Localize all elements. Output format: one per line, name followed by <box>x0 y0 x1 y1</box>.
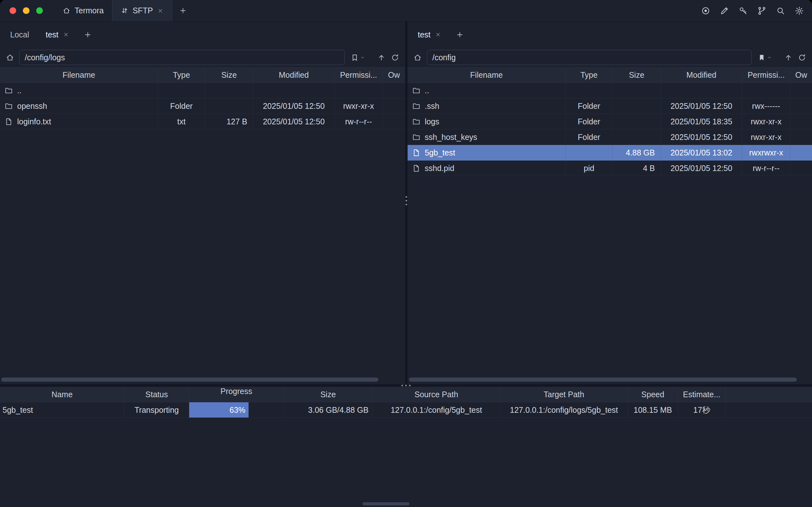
search-button[interactable] <box>775 5 786 16</box>
refresh-button[interactable] <box>798 53 806 62</box>
folder-icon <box>412 102 421 110</box>
close-window-button[interactable] <box>9 7 16 14</box>
tab-test[interactable]: test <box>38 21 77 48</box>
column-header-speed[interactable]: Speed <box>628 387 678 402</box>
tab-local[interactable]: Local <box>2 21 38 48</box>
path-input[interactable] <box>19 50 345 65</box>
column-header-progress[interactable]: Progress <box>189 387 284 402</box>
settings-button[interactable] <box>794 5 805 16</box>
tab-label: test <box>46 30 58 39</box>
file-type <box>566 145 613 160</box>
bookmark-button[interactable] <box>350 53 366 62</box>
column-header-status[interactable]: Status <box>124 387 189 402</box>
edit-button[interactable] <box>719 5 730 16</box>
transfers-splitter[interactable] <box>0 384 812 387</box>
file-permissions: rwxr-xr-x <box>742 114 791 129</box>
column-header-size[interactable]: Size <box>613 68 661 82</box>
column-header-source-path[interactable]: Source Path <box>373 387 500 402</box>
table-row[interactable]: ssh_host_keys Folder 2025/01/05 12:50 rw… <box>408 129 812 145</box>
tab-sftp[interactable]: SFTP <box>112 0 172 21</box>
parent-directory-button[interactable] <box>784 53 793 62</box>
column-header-modified[interactable]: Modified <box>661 68 742 82</box>
file-icon <box>4 117 13 126</box>
gear-icon <box>795 6 804 15</box>
new-panel-tab-button[interactable] <box>77 31 98 39</box>
table-row[interactable]: .ssh Folder 2025/01/05 12:50 rwx------ <box>408 98 812 114</box>
file-owner <box>383 83 405 98</box>
git-branch-icon <box>757 6 767 15</box>
new-panel-tab-button[interactable] <box>449 31 470 39</box>
bottom-scrollbar-thumb[interactable] <box>363 502 410 505</box>
parent-directory-button[interactable] <box>377 53 386 62</box>
table-row[interactable]: .. <box>408 83 812 98</box>
refresh-button[interactable] <box>391 53 399 62</box>
tab-test[interactable]: test <box>410 21 449 48</box>
column-header-size[interactable]: Size <box>205 68 253 82</box>
home-icon[interactable] <box>6 53 14 62</box>
column-header-permissions[interactable]: Permissi... <box>335 68 383 82</box>
file-size: 127 B <box>205 114 253 129</box>
transfer-size: 3.06 GB/4.88 GB <box>284 402 373 417</box>
transfer-name: 5gb_test <box>0 402 124 417</box>
titlebar: Termora SFTP <box>0 0 812 21</box>
folder-icon <box>4 102 13 110</box>
snippets-button[interactable] <box>756 5 767 16</box>
file-name: sshd.pid <box>425 164 454 173</box>
close-icon[interactable] <box>63 32 69 38</box>
tab-label: SFTP <box>133 6 153 15</box>
minimize-window-button[interactable] <box>23 7 30 14</box>
zoom-window-button[interactable] <box>36 7 43 14</box>
panel-splitter[interactable] <box>405 21 408 384</box>
record-button[interactable] <box>700 5 711 16</box>
scrollbar-thumb[interactable] <box>409 378 797 382</box>
close-icon[interactable] <box>435 32 441 38</box>
file-modified: 2025/01/05 12:50 <box>661 161 742 176</box>
bookmark-button[interactable] <box>757 53 773 62</box>
file-size <box>205 83 253 98</box>
table-row[interactable]: logs Folder 2025/01/05 18:35 rwxr-xr-x <box>408 114 812 129</box>
scrollbar-thumb[interactable] <box>1 378 378 382</box>
column-header-permissions[interactable]: Permissi... <box>742 68 791 82</box>
column-header-filename[interactable]: Filename <box>408 68 566 82</box>
column-header-estimate[interactable]: Estimate... <box>678 387 726 402</box>
file-type: pid <box>566 161 613 176</box>
table-row-selected[interactable]: 5gb_test 4.88 GB 2025/01/05 13:02 rwxrwx… <box>408 145 812 161</box>
transfer-status: Transporting <box>124 402 189 417</box>
file-permissions: rwx------ <box>742 98 791 114</box>
table-row[interactable]: sshd.pid pid 4 B 2025/01/05 12:50 rw-r--… <box>408 161 812 176</box>
file-permissions: rw-r--r-- <box>335 114 383 129</box>
file-type <box>158 83 205 98</box>
transfer-table-header: Name Status Progress Size Source Path Ta… <box>0 387 812 402</box>
column-header-modified[interactable]: Modified <box>253 68 335 82</box>
column-header-size[interactable]: Size <box>284 387 373 402</box>
file-icon <box>412 164 421 173</box>
transfer-row[interactable]: 5gb_test Transporting 63% 3.06 GB/4.88 G… <box>0 402 812 418</box>
column-header-name[interactable]: Name <box>0 387 124 402</box>
column-header-owner[interactable]: Ow <box>791 68 812 82</box>
file-name: .ssh <box>425 102 439 111</box>
keys-button[interactable] <box>738 5 749 16</box>
file-permissions <box>742 83 791 98</box>
path-input[interactable] <box>427 50 752 65</box>
table-row[interactable]: loginfo.txt txt 127 B 2025/01/05 12:50 r… <box>0 114 405 129</box>
record-icon <box>701 6 710 15</box>
column-header-type[interactable]: Type <box>158 68 205 82</box>
tab-label: test <box>418 30 430 39</box>
table-row[interactable]: openssh Folder 2025/01/05 12:50 rwxr-xr-… <box>0 98 405 114</box>
file-owner <box>791 83 812 98</box>
file-size: 4.88 GB <box>613 145 661 160</box>
new-tab-button[interactable] <box>172 0 194 21</box>
titlebar-actions <box>700 0 812 21</box>
column-header-owner[interactable]: Ow <box>383 68 405 82</box>
file-owner <box>791 114 812 129</box>
file-type: Folder <box>566 129 613 145</box>
column-header-type[interactable]: Type <box>566 68 613 82</box>
close-icon[interactable] <box>157 8 163 14</box>
file-name: loginfo.txt <box>17 117 51 126</box>
tab-label: Termora <box>74 6 104 15</box>
column-header-target-path[interactable]: Target Path <box>500 387 628 402</box>
column-header-filename[interactable]: Filename <box>0 68 158 82</box>
home-icon[interactable] <box>413 53 422 62</box>
table-row[interactable]: .. <box>0 83 405 98</box>
tab-termora[interactable]: Termora <box>54 0 112 21</box>
